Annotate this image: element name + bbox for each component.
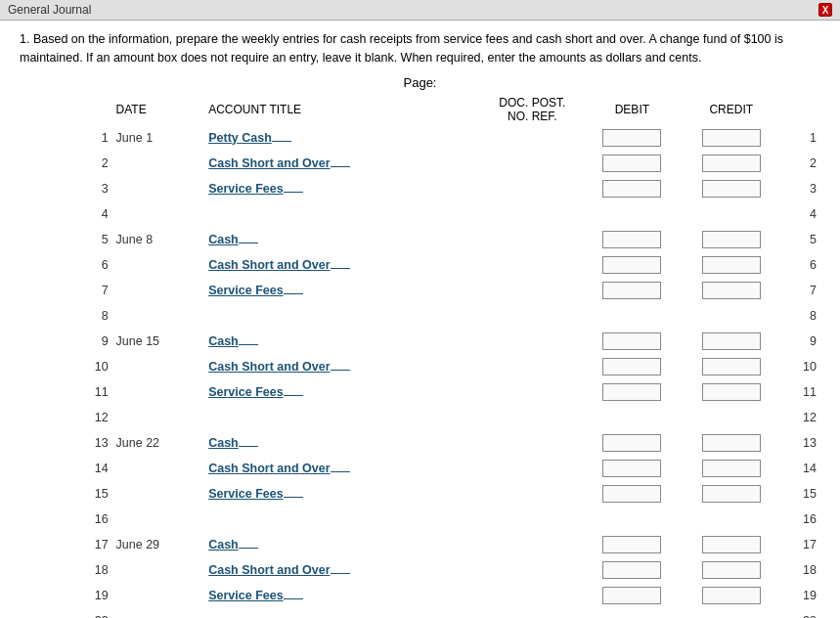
account-link[interactable]: Service Fees [208, 487, 283, 501]
account-link[interactable]: Cash Short and Over [208, 360, 330, 374]
debit-input[interactable] [602, 587, 661, 604]
row-credit[interactable] [682, 430, 780, 456]
row-debit[interactable] [583, 151, 682, 176]
account-link[interactable]: Service Fees [208, 284, 283, 297]
row-debit[interactable] [583, 354, 682, 379]
credit-input[interactable] [702, 231, 761, 248]
debit-input[interactable] [602, 129, 661, 147]
credit-input[interactable] [702, 587, 761, 604]
row-debit[interactable] [583, 379, 682, 405]
account-link[interactable]: Cash [208, 538, 239, 552]
row-account[interactable]: Cash Short and Over [204, 456, 482, 481]
row-account[interactable]: Service Fees [204, 583, 482, 608]
credit-input[interactable] [702, 561, 761, 579]
credit-input[interactable] [702, 485, 761, 503]
row-credit[interactable] [682, 532, 780, 557]
debit-input[interactable] [602, 485, 661, 503]
account-link[interactable]: Cash Short and Over [208, 258, 330, 272]
account-link[interactable]: Cash [208, 334, 239, 348]
account-link[interactable]: Cash [208, 233, 239, 246]
credit-input[interactable] [702, 332, 761, 350]
credit-input[interactable] [702, 154, 761, 172]
row-debit[interactable] [583, 430, 682, 456]
row-account[interactable]: Cash [204, 329, 482, 354]
row-credit[interactable] [682, 227, 780, 252]
debit-input[interactable] [602, 536, 661, 553]
row-debit[interactable] [583, 176, 682, 201]
table-row: 15Service Fees15 [20, 481, 820, 507]
row-account[interactable]: Cash Short and Over [204, 151, 482, 176]
row-linenum: 9 [20, 329, 112, 354]
row-debit[interactable] [583, 227, 682, 252]
account-link[interactable]: Petty Cash [208, 131, 272, 145]
row-account[interactable]: Service Fees [204, 176, 482, 201]
row-debit[interactable] [583, 125, 682, 151]
row-credit[interactable] [682, 557, 780, 583]
row-date: June 22 [112, 430, 205, 456]
debit-input[interactable] [602, 282, 661, 299]
row-debit[interactable] [583, 329, 682, 354]
debit-input[interactable] [602, 154, 661, 172]
row-account[interactable]: Service Fees [204, 481, 482, 507]
row-account[interactable]: Service Fees [204, 278, 482, 303]
row-date [112, 354, 205, 379]
row-credit[interactable] [682, 252, 780, 278]
row-credit[interactable] [682, 151, 780, 176]
row-debit[interactable] [583, 278, 682, 303]
account-link[interactable]: Cash [208, 436, 239, 450]
debit-input[interactable] [602, 561, 661, 579]
row-account[interactable]: Cash [204, 430, 482, 456]
account-link[interactable]: Service Fees [208, 385, 283, 399]
debit-input[interactable] [602, 383, 661, 401]
credit-input[interactable] [702, 383, 761, 401]
row-credit[interactable] [682, 176, 780, 201]
row-debit[interactable] [583, 481, 682, 507]
credit-input[interactable] [702, 536, 761, 553]
account-link[interactable]: Service Fees [208, 589, 283, 602]
table-row: 1212 [20, 405, 820, 430]
debit-input[interactable] [602, 256, 661, 274]
credit-input[interactable] [702, 434, 761, 452]
credit-input[interactable] [702, 358, 761, 375]
credit-input[interactable] [702, 129, 761, 147]
row-credit[interactable] [682, 125, 780, 151]
account-link[interactable]: Cash Short and Over [208, 462, 330, 475]
row-debit[interactable] [583, 252, 682, 278]
row-account[interactable]: Cash Short and Over [204, 252, 482, 278]
account-link[interactable]: Cash Short and Over [208, 563, 330, 577]
row-credit[interactable] [682, 278, 780, 303]
credit-input[interactable] [702, 256, 761, 274]
row-doc [482, 125, 583, 151]
row-account[interactable]: Cash [204, 532, 482, 557]
row-credit[interactable] [682, 583, 780, 608]
row-credit[interactable] [682, 379, 780, 405]
debit-input[interactable] [602, 358, 661, 375]
debit-input[interactable] [602, 332, 661, 350]
row-debit[interactable] [583, 557, 682, 583]
row-debit [583, 303, 682, 329]
row-debit[interactable] [583, 583, 682, 608]
close-button[interactable]: X [818, 3, 832, 17]
row-credit[interactable] [682, 354, 780, 379]
row-debit[interactable] [583, 456, 682, 481]
account-link[interactable]: Cash Short and Over [208, 156, 330, 170]
row-date [112, 608, 205, 619]
debit-input[interactable] [602, 460, 661, 477]
debit-input[interactable] [602, 434, 661, 452]
credit-input[interactable] [702, 180, 761, 198]
row-account[interactable]: Cash Short and Over [204, 557, 482, 583]
table-row: 19Service Fees19 [20, 583, 820, 608]
row-account[interactable]: Service Fees [204, 379, 482, 405]
credit-input[interactable] [702, 460, 761, 477]
debit-input[interactable] [602, 231, 661, 248]
row-credit[interactable] [682, 329, 780, 354]
account-link[interactable]: Service Fees [208, 182, 283, 196]
debit-input[interactable] [602, 180, 661, 198]
credit-input[interactable] [702, 282, 761, 299]
row-credit[interactable] [682, 481, 780, 507]
row-account[interactable]: Petty Cash [204, 125, 482, 151]
row-account[interactable]: Cash Short and Over [204, 354, 482, 379]
row-debit[interactable] [583, 532, 682, 557]
row-account[interactable]: Cash [204, 227, 482, 252]
row-credit[interactable] [682, 456, 780, 481]
